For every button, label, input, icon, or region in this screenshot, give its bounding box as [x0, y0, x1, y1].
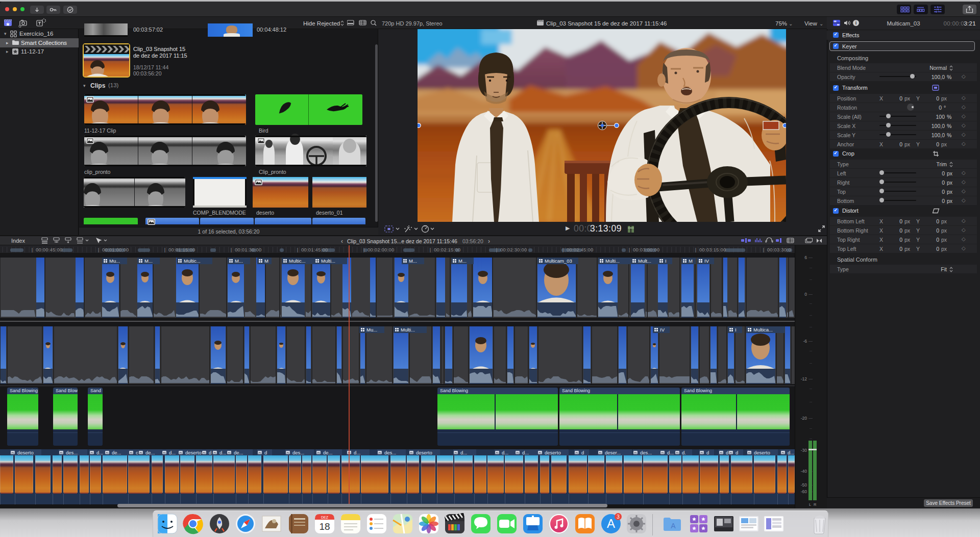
svg-text:A: A: [671, 522, 676, 530]
svg-text:Multica...: Multica...: [753, 327, 773, 333]
svg-text:M: M: [264, 258, 268, 264]
svg-text:I: I: [735, 327, 737, 333]
svg-text:Multi...: Multi...: [321, 258, 335, 264]
svg-text:18: 18: [319, 521, 330, 532]
svg-text:IV: IV: [704, 258, 709, 264]
svg-text:IV: IV: [660, 327, 665, 333]
svg-text:M...: M...: [144, 258, 153, 264]
svg-text:Multicam_03: Multicam_03: [545, 258, 572, 264]
svg-text:Multic...: Multic...: [289, 258, 306, 264]
svg-text:i: i: [855, 20, 857, 25]
svg-text:Multi...: Multi...: [605, 258, 620, 264]
svg-text:DEZ: DEZ: [321, 516, 329, 519]
svg-text:M...: M...: [458, 258, 467, 264]
svg-text:3: 3: [617, 514, 620, 520]
svg-text:I: I: [665, 258, 667, 264]
svg-text:Multi...: Multi...: [401, 327, 415, 333]
svg-text:Mult...: Mult...: [638, 258, 651, 264]
svg-text:M...: M...: [409, 258, 417, 264]
svg-text:Mu...: Mu...: [109, 258, 120, 264]
svg-text:Multic...: Multic...: [184, 258, 201, 264]
svg-text:M...: M...: [235, 258, 243, 264]
svg-text:Mu...: Mu...: [366, 327, 377, 333]
svg-text:M: M: [689, 258, 693, 264]
svg-text:A: A: [607, 517, 615, 530]
